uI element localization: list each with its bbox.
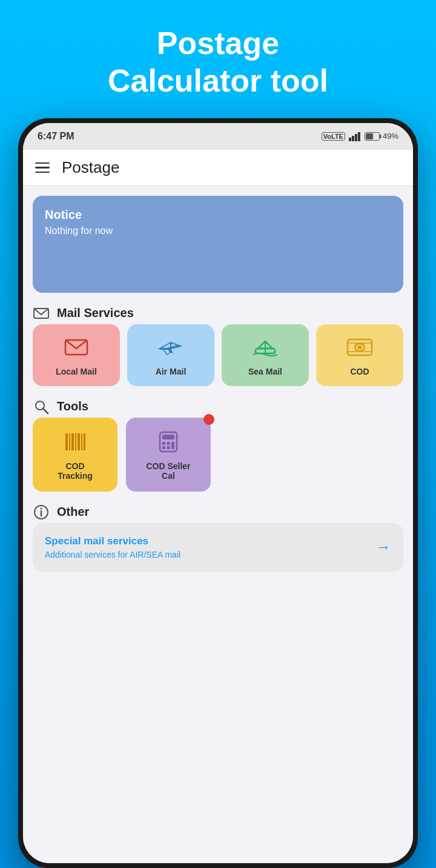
volte-icon: VoLTE	[322, 132, 345, 141]
main-content: Notice Nothing for now Mail Services	[23, 186, 413, 863]
svg-rect-24	[84, 433, 85, 450]
tools-label: Tools	[57, 399, 88, 413]
svg-rect-22	[78, 433, 80, 450]
notice-body: Nothing for now	[45, 225, 391, 236]
app-header: Postage	[23, 150, 413, 186]
notification-badge	[203, 414, 214, 425]
special-title: Special mail services	[45, 535, 180, 547]
cod-tracking-label: COD Tracking	[58, 461, 93, 481]
svg-rect-19	[69, 433, 70, 450]
tools-icon	[33, 398, 50, 415]
mail-services-header: Mail Services	[33, 305, 403, 322]
notice-title: Notice	[45, 208, 391, 222]
svg-line-17	[43, 409, 48, 413]
special-card-text: Special mail services Additional service…	[45, 535, 180, 559]
air-mail-icon	[157, 334, 184, 361]
sea-mail-label: Sea Mail	[248, 367, 282, 376]
phone-mockup: 6:47 PM VoLTE 49	[18, 118, 418, 868]
svg-point-13	[357, 346, 362, 349]
other-icon	[33, 504, 50, 521]
cod-tracking-icon	[62, 429, 88, 455]
cod-icon	[346, 334, 373, 361]
other-header: Other	[33, 504, 403, 521]
mail-services-label: Mail Services	[57, 306, 134, 320]
hamburger-button[interactable]	[35, 162, 50, 173]
special-subtitle: Additional services for AIR/SEA mail	[45, 550, 180, 559]
hero-line2: Calculator tool	[108, 63, 328, 98]
svg-rect-23	[81, 433, 82, 450]
svg-rect-21	[75, 433, 76, 450]
hero-title: Postage Calculator tool	[108, 24, 328, 100]
local-mail-label: Local Mail	[56, 367, 97, 376]
svg-point-35	[41, 507, 42, 509]
tools-section: Tools	[33, 398, 403, 492]
mail-services-icon	[33, 305, 50, 322]
cod-seller-card[interactable]: COD Seller Cal	[126, 418, 211, 492]
cod-tracking-card[interactable]: COD Tracking	[33, 418, 117, 492]
svg-rect-30	[162, 446, 165, 449]
sea-mail-card[interactable]: Sea Mail	[222, 324, 309, 386]
arrow-right-icon: →	[375, 538, 391, 556]
app-title: Postage	[62, 158, 119, 177]
svg-rect-1	[352, 136, 354, 141]
sea-mail-icon	[252, 334, 279, 361]
signal-icon	[349, 132, 361, 141]
svg-rect-28	[167, 442, 170, 445]
battery-icon: 49%	[365, 132, 398, 141]
cod-seller-label: COD Seller Cal	[146, 461, 190, 481]
status-time: 6:47 PM	[38, 131, 74, 142]
hero-line1: Postage	[157, 25, 279, 61]
cod-card[interactable]: COD	[316, 324, 403, 386]
battery-pct: 49%	[383, 132, 398, 141]
services-grid: Local Mail Ai	[33, 324, 403, 386]
cod-seller-icon	[155, 429, 182, 455]
svg-rect-27	[162, 442, 165, 445]
mail-services-section: Mail Services Local Mail	[33, 305, 403, 386]
local-mail-icon	[63, 334, 90, 361]
svg-rect-0	[349, 138, 351, 141]
local-mail-card[interactable]: Local Mail	[33, 324, 120, 386]
special-mail-card[interactable]: Special mail services Additional service…	[33, 523, 403, 572]
svg-rect-2	[355, 134, 357, 141]
air-mail-label: Air Mail	[156, 367, 187, 376]
status-icons: VoLTE 49%	[322, 132, 398, 141]
svg-rect-20	[71, 433, 74, 450]
phone-screen: 6:47 PM VoLTE 49	[23, 123, 413, 863]
svg-rect-18	[65, 433, 68, 450]
svg-rect-3	[358, 132, 360, 141]
svg-rect-26	[162, 435, 174, 439]
svg-rect-31	[167, 446, 170, 449]
notice-card: Notice Nothing for now	[33, 196, 403, 293]
svg-rect-32	[171, 442, 174, 449]
air-mail-card[interactable]: Air Mail	[127, 324, 214, 386]
other-section: Other Special mail services Additional s…	[33, 504, 403, 572]
status-bar: 6:47 PM VoLTE 49	[23, 123, 413, 150]
tools-header: Tools	[33, 398, 403, 415]
svg-rect-5	[380, 135, 382, 138]
svg-rect-6	[366, 133, 373, 139]
cod-label: COD	[350, 367, 369, 376]
tools-grid: COD Tracking	[33, 418, 403, 492]
other-label: Other	[57, 505, 89, 519]
